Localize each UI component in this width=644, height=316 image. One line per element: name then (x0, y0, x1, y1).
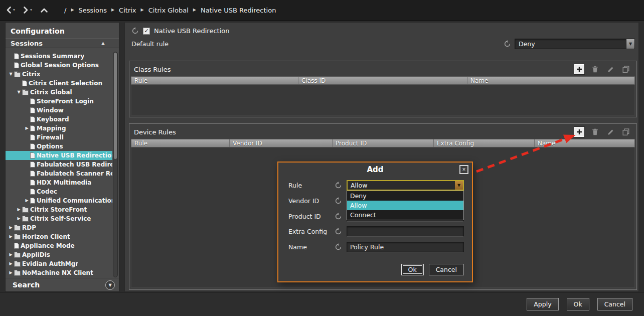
column-header-rule[interactable]: Rule (131, 77, 298, 84)
edit-device-rule-button[interactable] (605, 127, 615, 137)
expand-icon[interactable]: ▶ (8, 235, 14, 239)
tree-item-selected[interactable]: Native USB Redirection (6, 151, 112, 160)
tree-item[interactable]: ▶Unified Communications (6, 196, 112, 205)
tree-item[interactable]: Sessions Summary (6, 52, 112, 61)
tree-item-label: Citrix Global (29, 89, 72, 96)
tree-item[interactable]: Fabulatech Scanner Re (6, 169, 112, 178)
cancel-button[interactable]: Cancel (597, 298, 632, 310)
tree-item[interactable]: Citrix Client Selection (6, 79, 112, 88)
column-header-vendor-id[interactable]: Vendor ID (230, 139, 333, 147)
expand-icon[interactable]: ▶ (24, 126, 30, 130)
tree-item[interactable]: Global Session Options (6, 61, 112, 70)
reset-icon[interactable] (131, 27, 139, 35)
apply-button[interactable]: Apply (527, 298, 558, 310)
delete-device-rule-button[interactable] (590, 127, 600, 137)
tree-item[interactable]: ▶AppliDis (6, 250, 112, 259)
dropdown-option-deny[interactable]: Deny (347, 191, 463, 201)
reset-icon[interactable] (335, 228, 347, 235)
tree-item[interactable]: Options (6, 142, 112, 151)
ok-button[interactable]: Ok (567, 298, 589, 310)
dropdown-arrow-icon[interactable]: ▼ (455, 181, 463, 190)
scrollbar-thumb[interactable] (114, 53, 117, 159)
close-icon[interactable]: ✕ (459, 165, 468, 174)
tree-item[interactable]: ▶Citrix Self-Service (6, 214, 112, 223)
dropdown-arrow-icon[interactable]: ▼ (626, 39, 634, 49)
breadcrumb-root[interactable]: / (64, 7, 66, 14)
delete-class-rule-button[interactable] (590, 64, 600, 74)
tree-item[interactable]: Codec (6, 187, 112, 196)
tree-item[interactable]: Fabulatech USB Redirec (6, 160, 112, 169)
breadcrumb-item-citrix-global[interactable]: Citrix Global (148, 7, 189, 14)
expand-icon[interactable]: ▶ (24, 199, 30, 203)
tree-item[interactable]: HDX Multimedia (6, 178, 112, 187)
dropdown-option-connect[interactable]: Connect (347, 210, 463, 220)
document-icon (22, 80, 27, 86)
duplicate-device-rule-button[interactable] (621, 127, 631, 137)
add-class-rule-button[interactable] (574, 64, 584, 74)
reset-icon[interactable] (335, 243, 347, 251)
search-expand-button[interactable]: ▼ (105, 280, 115, 290)
breadcrumb-item-sessions[interactable]: Sessions (79, 7, 107, 14)
expand-icon[interactable]: ▶ (16, 217, 22, 221)
breadcrumb-item-native-usb-redirection[interactable]: Native USB Redirection (201, 7, 276, 14)
tree-item[interactable]: Appliance Mode (6, 241, 112, 250)
sidebar-section-sessions[interactable]: Sessions ▲ (6, 38, 119, 48)
name-input[interactable] (347, 242, 464, 252)
back-history-dropdown-icon[interactable]: ▾ (13, 8, 15, 12)
duplicate-class-rule-button[interactable] (621, 64, 631, 74)
add-device-rule-button[interactable] (574, 127, 584, 137)
column-header-class-id[interactable]: Class ID (298, 77, 467, 84)
column-header-name[interactable]: Name (467, 77, 634, 84)
rule-dropdown-list: Deny Allow Connect (347, 191, 464, 220)
tree-item-label: NoMachine NX Client (21, 269, 93, 276)
dropdown-option-allow-selected[interactable]: Allow (347, 201, 463, 210)
expand-icon[interactable]: ▶ (8, 226, 14, 230)
up-button[interactable] (40, 8, 48, 13)
rule-select[interactable]: Allow ▼ (347, 180, 464, 191)
tree-item[interactable]: ▶RDP (6, 223, 112, 232)
forward-button[interactable] (23, 6, 29, 14)
enable-checkbox[interactable]: ✓ (143, 28, 150, 35)
sidebar-scrollbar[interactable] (113, 52, 118, 277)
tree-item[interactable]: ▶Mapping (6, 124, 112, 133)
dialog-title: Add (278, 163, 472, 174)
collapse-icon[interactable]: ▼ (16, 90, 22, 94)
nav-forward-group: ▾ (23, 6, 32, 14)
tree-item[interactable]: Keyboard (6, 115, 112, 124)
tree-item[interactable]: Firewall (6, 133, 112, 142)
tree-item[interactable]: ▶Horizon Client (6, 232, 112, 241)
column-header-product-id[interactable]: Product ID (333, 139, 434, 147)
tree-item[interactable]: ▼Citrix Global (6, 88, 112, 97)
expand-icon[interactable]: ▶ (8, 253, 14, 257)
edit-class-rule-button[interactable] (605, 64, 615, 74)
search-section[interactable]: Search ▼ (6, 278, 119, 291)
reset-icon[interactable] (335, 213, 347, 220)
reset-icon[interactable] (335, 182, 347, 189)
reset-icon[interactable] (504, 40, 511, 48)
collapse-icon[interactable]: ▼ (8, 72, 14, 76)
tree-item[interactable]: ▶NoMachine NX Client (6, 268, 112, 277)
tree-item[interactable]: ▶Citrix StoreFront (6, 205, 112, 214)
tree-item[interactable]: ▶Evidian AuthMgr (6, 259, 112, 268)
breadcrumb-item-citrix[interactable]: Citrix (119, 7, 136, 14)
tree-item-label: Citrix (21, 71, 40, 78)
dialog-ok-button[interactable]: Ok (401, 264, 424, 275)
groupbox-title: Device Rules (134, 128, 176, 136)
tree-item[interactable]: Window (6, 106, 112, 115)
tree-item[interactable]: StoreFront Login (6, 97, 112, 106)
expand-icon[interactable]: ▶ (8, 271, 14, 275)
section-collapse-icon[interactable]: ▲ (101, 41, 105, 46)
tree-item[interactable]: ▼Citrix (6, 70, 112, 79)
default-rule-select[interactable]: Deny ▼ (515, 39, 635, 49)
back-button[interactable] (6, 6, 12, 14)
expand-icon[interactable]: ▶ (16, 208, 22, 212)
column-header-name[interactable]: Name (535, 139, 634, 147)
column-header-rule[interactable]: Rule (131, 139, 230, 147)
column-header-extra-config[interactable]: Extra Config (434, 139, 535, 147)
extra-config-input[interactable] (347, 226, 464, 237)
forward-history-dropdown-icon[interactable]: ▾ (30, 8, 32, 12)
document-icon (30, 116, 35, 122)
expand-icon[interactable]: ▶ (8, 262, 14, 266)
reset-icon[interactable] (335, 197, 347, 205)
dialog-cancel-button[interactable]: Cancel (429, 264, 464, 275)
